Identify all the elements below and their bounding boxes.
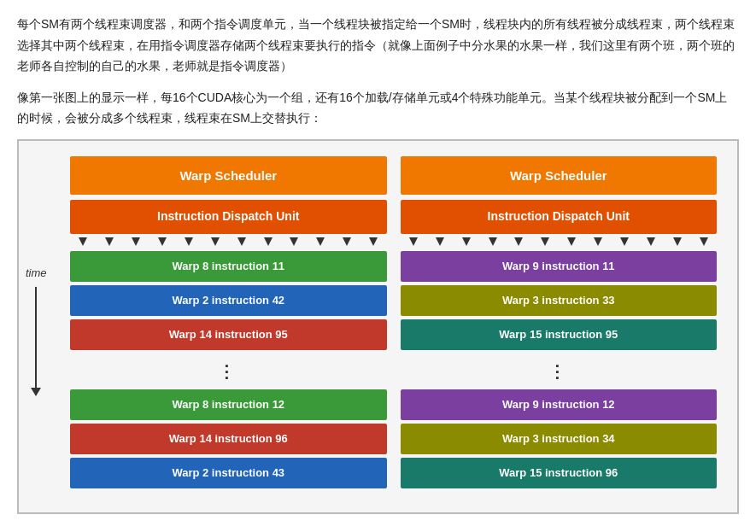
left-instr-box-3: Warp 14 instruction 95: [70, 319, 387, 350]
left-column: Warp Scheduler Instruction Dispatch Unit…: [70, 156, 387, 493]
left-instr-box-1: Warp 8 instruction 11: [70, 251, 387, 282]
right-instr-5: Warp 3 instruction 34: [401, 424, 718, 454]
right-instr-box-6: Warp 15 instruction 96: [401, 458, 718, 488]
arrow-icon: [316, 237, 325, 246]
arrow-icon: [514, 237, 523, 246]
left-instr-box-5: Warp 14 instruction 96: [70, 424, 387, 454]
arrow-icon: [158, 237, 167, 246]
arrow-icon: [343, 237, 351, 246]
arrow-icon: [79, 237, 87, 246]
right-instr-2: Warp 3 instruction 33: [401, 285, 718, 316]
right-instr-6: Warp 15 instruction 96: [401, 458, 718, 488]
arrow-icon: [489, 237, 497, 246]
right-instr-box-2: Warp 3 instruction 33: [401, 285, 718, 316]
left-dispatch-unit: Instruction Dispatch Unit: [70, 200, 387, 234]
paragraph-1: 每个SM有两个线程束调度器，和两个指令调度单元，当一个线程块被指定给一个SM时，…: [17, 14, 739, 77]
diagram: time Warp Scheduler Instruction Dispatch…: [17, 139, 739, 515]
arrow-icon: [105, 237, 114, 246]
arrow-icon: [290, 237, 298, 246]
time-arrow: [35, 286, 37, 389]
arrow-icon: [594, 237, 602, 246]
arrow-icon: [369, 237, 378, 246]
right-arrows: [401, 234, 718, 251]
arrow-icon: [462, 237, 471, 246]
arrow-icon: [264, 237, 273, 246]
columns: Warp Scheduler Instruction Dispatch Unit…: [70, 156, 717, 493]
left-instr-box-6: Warp 2 instruction 43: [70, 458, 387, 488]
arrow-icon: [567, 237, 576, 246]
left-instr-5: Warp 14 instruction 96: [70, 424, 387, 454]
arrow-icon: [185, 237, 193, 246]
right-column: Warp Scheduler Instruction Dispatch Unit…: [401, 156, 718, 493]
right-instr-box-3: Warp 15 instruction 95: [401, 319, 718, 350]
right-instr-4: Warp 9 instruction 12: [401, 389, 718, 420]
time-label: time: [26, 264, 47, 389]
left-arrows: [70, 234, 387, 251]
arrow-icon: [620, 237, 629, 246]
left-instr-1: Warp 8 instruction 11: [70, 251, 387, 282]
arrow-icon: [237, 237, 246, 246]
left-instr-6: Warp 2 instruction 43: [70, 458, 387, 488]
arrow-icon: [211, 237, 220, 246]
left-dots: ⋮: [70, 354, 387, 389]
arrow-icon: [436, 237, 444, 246]
left-instr-3: Warp 14 instruction 95: [70, 319, 387, 350]
right-instr-box-1: Warp 9 instruction 11: [401, 251, 718, 282]
left-instr-4: Warp 8 instruction 12: [70, 389, 387, 420]
right-warp-scheduler: Warp Scheduler: [401, 156, 718, 196]
arrow-icon: [700, 237, 708, 246]
arrow-icon: [541, 237, 549, 246]
arrow-icon: [132, 237, 140, 246]
right-dots: ⋮: [401, 354, 718, 389]
right-instr-1: Warp 9 instruction 11: [401, 251, 718, 282]
left-instr-2: Warp 2 instruction 42: [70, 285, 387, 316]
arrow-icon: [673, 237, 682, 246]
right-instr-box-4: Warp 9 instruction 12: [401, 389, 718, 420]
left-instr-box-4: Warp 8 instruction 12: [70, 389, 387, 420]
left-instr-box-2: Warp 2 instruction 42: [70, 285, 387, 316]
right-instr-box-5: Warp 3 instruction 34: [401, 424, 718, 454]
arrow-icon: [647, 237, 655, 246]
paragraph-2: 像第一张图上的显示一样，每16个CUDA核心为一个组，还有16个加载/存储单元或…: [17, 87, 739, 129]
right-dispatch-unit: Instruction Dispatch Unit: [401, 200, 718, 234]
left-warp-scheduler: Warp Scheduler: [70, 156, 387, 196]
arrow-icon: [409, 237, 418, 246]
right-instr-3: Warp 15 instruction 95: [401, 319, 718, 350]
